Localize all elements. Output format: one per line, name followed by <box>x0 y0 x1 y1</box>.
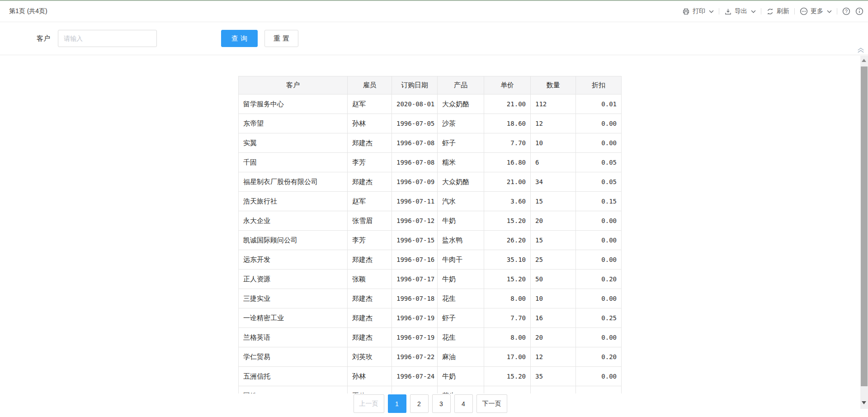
table-cell: 正人资源 <box>239 270 348 289</box>
table-cell: 8.00 <box>484 328 531 347</box>
table-cell: 盐水鸭 <box>438 231 484 250</box>
scrollbar-thumb[interactable] <box>861 66 868 386</box>
table-cell: 0.00 <box>576 114 622 133</box>
table-cell: 1996-07-25 <box>392 386 438 394</box>
search-button[interactable]: 查询 <box>221 30 258 47</box>
more-button[interactable]: 更多 <box>800 7 832 15</box>
table-cell: 0.00 <box>576 211 622 231</box>
table-cell: 牛奶 <box>438 211 484 231</box>
customer-input[interactable] <box>58 30 157 47</box>
svg-text:?: ? <box>845 9 848 14</box>
prev-page-button: 上一页 <box>354 394 384 413</box>
table-cell: 国皓 <box>239 386 348 394</box>
printer-icon <box>682 8 690 15</box>
table-cell: 孙林 <box>348 367 392 386</box>
customer-field-label: 客户 <box>37 34 50 43</box>
column-header: 折扣 <box>576 76 622 95</box>
double-chevron-up-icon <box>857 47 865 53</box>
print-label: 打印 <box>693 7 705 15</box>
table-cell: 35 <box>531 367 576 386</box>
toolbar-divider <box>837 8 837 14</box>
column-header: 客户 <box>239 76 348 95</box>
table-cell: 0.00 <box>576 250 622 270</box>
table-row-partial: 国皓王伟1996-07-25花生8.00200.00 <box>239 386 622 394</box>
table-cell: 0.00 <box>576 133 622 153</box>
toolbar-divider <box>719 8 719 14</box>
page-button-4[interactable]: 4 <box>454 394 473 413</box>
toolbar-divider <box>794 8 795 14</box>
collapse-panel-button[interactable] <box>855 46 866 54</box>
table-cell: 12 <box>531 114 576 133</box>
page-button-1[interactable]: 1 <box>388 394 406 413</box>
table-cell: 0.00 <box>576 328 622 347</box>
table-cell: 0.20 <box>576 270 622 289</box>
table-row: 凯诚国际顾问公司李芳1996-07-15盐水鸭26.20150.00 <box>239 231 622 250</box>
table-cell: 实翼 <box>239 133 348 153</box>
table-cell: 0.00 <box>576 289 622 308</box>
chevron-down-icon <box>827 10 832 13</box>
table-row: 东帝望孙林1996-07-05沙茶18.60120.00 <box>239 114 622 133</box>
table-cell: 张雪眉 <box>348 211 392 231</box>
page-button-2[interactable]: 2 <box>410 394 429 413</box>
pagination: 上一页1234下一页 <box>0 394 860 413</box>
refresh-button[interactable]: 刷新 <box>766 7 789 15</box>
table-cell: 郑建杰 <box>348 308 392 328</box>
table-cell: 王伟 <box>348 386 392 394</box>
column-header: 订购日期 <box>392 76 438 95</box>
export-button[interactable]: 导出 <box>724 7 756 15</box>
table-cell: 20 <box>531 328 576 347</box>
table-cell: 6 <box>531 153 576 172</box>
page-button-3[interactable]: 3 <box>432 394 451 413</box>
table-cell: 15.20 <box>484 367 531 386</box>
table-cell: 五洲信托 <box>239 367 348 386</box>
column-header: 数量 <box>531 76 576 95</box>
table-cell: 15 <box>531 231 576 250</box>
table-cell: 东帝望 <box>239 114 348 133</box>
table-cell: 凯诚国际顾问公司 <box>239 231 348 250</box>
vertical-scrollbar[interactable] <box>860 56 868 409</box>
help-button[interactable]: ? <box>842 7 850 15</box>
table-cell: 远东开发 <box>239 250 348 270</box>
table-cell: 1996-07-12 <box>392 211 438 231</box>
orders-table: 客户雇员订购日期产品单价数量折扣 留学服务中心赵军2020-08-01大众奶酪2… <box>238 76 622 393</box>
table-cell: 虾子 <box>438 133 484 153</box>
table-cell: 1996-07-09 <box>392 172 438 192</box>
refresh-label: 刷新 <box>777 7 789 15</box>
question-circle-icon: ? <box>842 7 850 15</box>
table-cell: 花生 <box>438 328 484 347</box>
table-cell: 35.10 <box>484 250 531 270</box>
table-cell: 112 <box>531 95 576 114</box>
reset-button[interactable]: 重置 <box>264 30 298 47</box>
table-cell: 0.05 <box>576 153 622 172</box>
table-cell: 26.20 <box>484 231 531 250</box>
table-row: 福星制衣厂股份有限公司郑建杰1996-07-09大众奶酪21.00340.05 <box>239 172 622 192</box>
table-cell: 1996-07-15 <box>392 231 438 250</box>
table-cell: 15.20 <box>484 270 531 289</box>
table-cell: 三捷实业 <box>239 289 348 308</box>
table-cell: 20 <box>531 386 576 394</box>
scroll-down-arrow-icon[interactable] <box>862 401 866 404</box>
table-cell: 0.05 <box>576 172 622 192</box>
table-cell: 牛奶 <box>438 367 484 386</box>
chevron-down-icon <box>751 10 756 13</box>
scroll-up-arrow-icon[interactable] <box>862 59 866 62</box>
column-header: 单价 <box>484 76 531 95</box>
table-cell: 3.60 <box>484 192 531 211</box>
info-button[interactable] <box>855 7 863 15</box>
table-cell: 花生 <box>438 289 484 308</box>
table-cell: 1996-07-19 <box>392 328 438 347</box>
table-cell: 李芳 <box>348 231 392 250</box>
next-page-button[interactable]: 下一页 <box>476 394 507 413</box>
print-button[interactable]: 打印 <box>682 7 714 15</box>
table-row: 留学服务中心赵军2020-08-01大众奶酪21.001120.01 <box>239 95 622 114</box>
table-cell: 1996-07-19 <box>392 308 438 328</box>
table-row: 三捷实业郑建杰1996-07-18花生8.00100.00 <box>239 289 622 308</box>
table-cell: 1996-07-08 <box>392 133 438 153</box>
table-cell: 16 <box>531 308 576 328</box>
table-cell: 20 <box>531 211 576 231</box>
table-row: 浩天旅行社赵军1996-07-11汽水3.60150.15 <box>239 192 622 211</box>
table-cell: 大众奶酪 <box>438 172 484 192</box>
table-cell: 17.00 <box>484 347 531 367</box>
table-row: 一诠精密工业郑建杰1996-07-19虾子7.70160.25 <box>239 308 622 328</box>
table-row: 兰格英语郑建杰1996-07-19花生8.00200.00 <box>239 328 622 347</box>
